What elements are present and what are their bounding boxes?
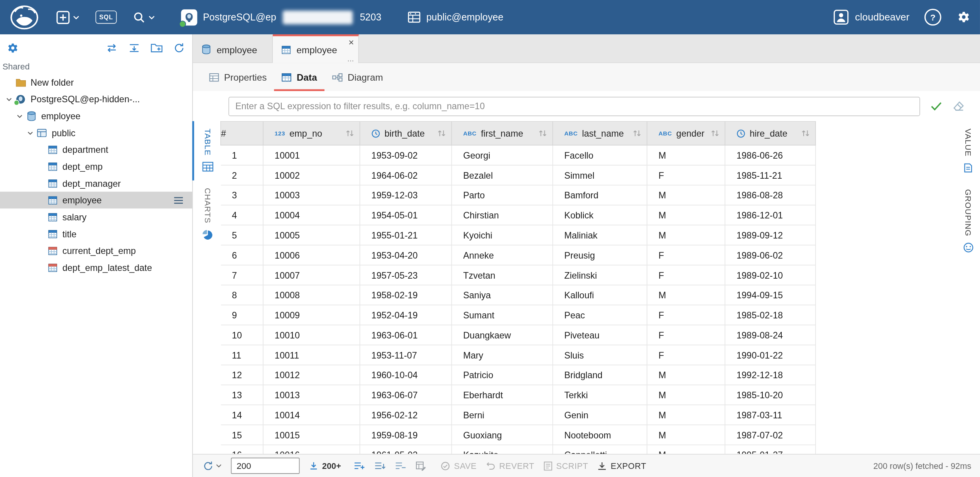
tree-item-view-dept-emp-latest-date[interactable]: dept_emp_latest_date bbox=[0, 259, 192, 276]
tab-data[interactable]: Data bbox=[274, 63, 324, 91]
tab-diagram[interactable]: Diagram bbox=[324, 63, 390, 91]
grid-cell[interactable]: 10006 bbox=[263, 245, 360, 265]
column-header-hire_date[interactable]: hire_date bbox=[725, 122, 816, 145]
apply-filter-icon[interactable] bbox=[930, 101, 943, 111]
grid-cell[interactable]: Kalloufi bbox=[553, 285, 647, 305]
revert-button[interactable]: REVERT bbox=[486, 461, 534, 470]
sort-icon[interactable] bbox=[538, 129, 547, 137]
grid-cell[interactable]: M bbox=[647, 285, 725, 305]
grid-cell[interactable]: 1987-03-11 bbox=[725, 405, 816, 425]
grid-cell[interactable]: 1995-01-27 bbox=[725, 445, 816, 454]
grid-cell[interactable]: M bbox=[647, 185, 725, 205]
grid-cell[interactable]: M bbox=[647, 445, 725, 454]
table-menu-icon[interactable] bbox=[174, 196, 184, 204]
sort-icon[interactable] bbox=[801, 129, 810, 137]
script-button[interactable]: SCRIPT bbox=[544, 461, 588, 470]
grid-cell[interactable]: M bbox=[647, 225, 725, 245]
grid-cell[interactable]: Terkki bbox=[553, 385, 647, 405]
save-button[interactable]: SAVE bbox=[441, 461, 477, 470]
grid-cell[interactable]: 1959-08-19 bbox=[360, 425, 452, 445]
grid-cell[interactable]: 10003 bbox=[263, 185, 360, 205]
chevron-down-icon[interactable] bbox=[25, 130, 36, 135]
grid-cell[interactable]: 1953-11-07 bbox=[360, 345, 452, 365]
grid-cell[interactable]: 1989-09-12 bbox=[725, 225, 816, 245]
grid-cell[interactable]: 1986-08-28 bbox=[725, 185, 816, 205]
grid-cell[interactable]: 10015 bbox=[263, 425, 360, 445]
grid-cell[interactable]: F bbox=[647, 165, 725, 185]
clear-filter-icon[interactable] bbox=[953, 100, 965, 112]
grid-cell[interactable]: Preusig bbox=[553, 245, 647, 265]
grid-cell[interactable]: 1957-05-23 bbox=[360, 265, 452, 285]
chevron-down-icon[interactable] bbox=[4, 96, 15, 101]
grid-cell[interactable]: 1986-12-01 bbox=[725, 205, 816, 225]
refresh-results-button[interactable] bbox=[203, 460, 222, 471]
tree-item-table-dept-emp[interactable]: dept_emp bbox=[0, 158, 192, 175]
grid-cell[interactable]: Kazuhito bbox=[451, 445, 553, 454]
row-number[interactable]: 2 bbox=[221, 165, 263, 185]
grid-cell[interactable]: 1955-01-21 bbox=[360, 225, 452, 245]
grid-cell[interactable]: F bbox=[647, 305, 725, 325]
row-number[interactable]: 10 bbox=[221, 325, 263, 345]
grid-cell[interactable]: Georgi bbox=[451, 145, 553, 165]
grid-cell[interactable]: M bbox=[647, 385, 725, 405]
grid-cell[interactable]: 10001 bbox=[263, 145, 360, 165]
grid-cell[interactable]: Saniya bbox=[451, 285, 553, 305]
grid-cell[interactable]: 10007 bbox=[263, 265, 360, 285]
grid-cell[interactable]: Mary bbox=[451, 345, 553, 365]
grid-cell[interactable]: Patricio bbox=[451, 365, 553, 385]
row-number[interactable]: 9 bbox=[221, 305, 263, 325]
row-number[interactable]: 11 bbox=[221, 345, 263, 365]
grid-cell[interactable]: Anneke bbox=[451, 245, 553, 265]
grid-cell[interactable]: 1985-11-21 bbox=[725, 165, 816, 185]
connection-selector[interactable]: PostgreSQL@ep 5203 bbox=[181, 9, 381, 25]
row-number[interactable]: 15 bbox=[221, 425, 263, 445]
grid-cell[interactable]: F bbox=[647, 265, 725, 285]
grid-cell[interactable]: Nooteboom bbox=[553, 425, 647, 445]
sort-icon[interactable] bbox=[345, 129, 355, 137]
close-icon[interactable]: × bbox=[348, 37, 354, 47]
grid-cell[interactable]: M bbox=[647, 145, 725, 165]
grid-cell[interactable]: Zielinski bbox=[553, 265, 647, 285]
grid-cell[interactable]: Kyoichi bbox=[451, 225, 553, 245]
grid-cell[interactable]: 1963-06-07 bbox=[360, 385, 452, 405]
collapse-all-icon[interactable] bbox=[128, 43, 140, 53]
grid-cell[interactable]: 10009 bbox=[263, 305, 360, 325]
refresh-icon[interactable] bbox=[174, 42, 185, 54]
grid-cell[interactable]: 1986-06-26 bbox=[725, 145, 816, 165]
grid-cell[interactable]: 1959-12-03 bbox=[360, 185, 452, 205]
row-number[interactable]: 5 bbox=[221, 225, 263, 245]
grid-cell[interactable]: 1960-10-04 bbox=[360, 365, 452, 385]
user-menu[interactable]: cloudbeaver bbox=[833, 9, 909, 25]
presentation-table[interactable]: TABLE bbox=[192, 121, 221, 181]
grid-cell[interactable]: 1994-09-15 bbox=[725, 285, 816, 305]
row-number[interactable]: 8 bbox=[221, 285, 263, 305]
panel-value[interactable]: VALUE bbox=[956, 121, 980, 181]
grid-cell[interactable]: Koblick bbox=[553, 205, 647, 225]
chevron-down-icon[interactable] bbox=[14, 113, 25, 118]
tree-item-table-employee[interactable]: employee bbox=[0, 192, 192, 209]
grid-cell[interactable]: 1992-12-18 bbox=[725, 365, 816, 385]
help-button[interactable]: ? bbox=[924, 9, 941, 26]
delete-row-icon[interactable] bbox=[395, 462, 407, 470]
tab-properties[interactable]: Properties bbox=[202, 63, 274, 91]
row-number[interactable]: 1 bbox=[221, 145, 263, 165]
grid-cell[interactable]: Bridgland bbox=[553, 365, 647, 385]
column-header-birth_date[interactable]: birth_date bbox=[360, 122, 452, 145]
grid-cell[interactable]: 10002 bbox=[263, 165, 360, 185]
search-button[interactable] bbox=[133, 11, 155, 23]
grid-cell[interactable]: M bbox=[647, 425, 725, 445]
grid-cell[interactable]: 1985-10-20 bbox=[725, 385, 816, 405]
grid-cell[interactable]: Genin bbox=[553, 405, 647, 425]
duplicate-row-icon[interactable] bbox=[375, 462, 386, 470]
tree-item-table-department[interactable]: department bbox=[0, 141, 192, 158]
grid-cell[interactable]: 1989-02-10 bbox=[725, 265, 816, 285]
new-object-button[interactable] bbox=[56, 10, 79, 24]
grid-cell[interactable]: 1989-08-24 bbox=[725, 325, 816, 345]
row-number[interactable]: 12 bbox=[221, 365, 263, 385]
row-number[interactable]: 4 bbox=[221, 205, 263, 225]
sort-icon[interactable] bbox=[632, 129, 642, 137]
grid-cell[interactable]: Guoxiang bbox=[451, 425, 553, 445]
grid-cell[interactable]: Bezalel bbox=[451, 165, 553, 185]
sync-connections-icon[interactable] bbox=[105, 43, 118, 53]
panel-grouping[interactable]: GROUPING bbox=[956, 181, 980, 262]
